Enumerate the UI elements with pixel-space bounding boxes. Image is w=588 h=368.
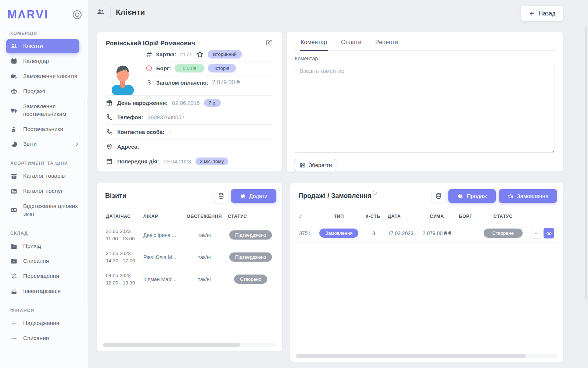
column-header: К-СТЬ bbox=[363, 209, 385, 224]
save-comment-button[interactable]: Зберегти bbox=[294, 159, 337, 171]
pie-chart-icon bbox=[10, 141, 18, 148]
tab-recipes[interactable]: Рецепти bbox=[374, 35, 399, 51]
phone-row: Телефон: 380937630052 bbox=[106, 110, 273, 125]
app-logo: MΛRVI bbox=[7, 8, 49, 21]
people-icon bbox=[10, 42, 18, 50]
previous-action-label: Попередня дія: bbox=[117, 158, 159, 164]
visit-row[interactable]: 04.05.202312:00 - 13:30 Кідман Мар'... т… bbox=[103, 268, 276, 290]
visit-doctor: Кідман Мар'... bbox=[140, 268, 184, 290]
page-scrollbar[interactable] bbox=[585, 26, 587, 299]
sidebar-item-label: Каталог послуг bbox=[23, 187, 63, 195]
sales-horizontal-scrollbar[interactable] bbox=[296, 354, 557, 358]
visit-doctor: Девіс Ірина ... bbox=[140, 224, 184, 246]
visits-title: Візити bbox=[105, 192, 126, 200]
sidebar-section-assortment: АСОРТИМЕНТ ТА ЦІНИ bbox=[10, 161, 85, 166]
calendar-icon bbox=[10, 57, 18, 65]
phone-icon bbox=[106, 128, 113, 135]
visits-horizontal-scrollbar[interactable] bbox=[103, 343, 276, 347]
chevron-down-icon bbox=[534, 231, 539, 236]
sidebar-item-product-catalog[interactable]: Каталог товарів bbox=[6, 169, 85, 183]
add-sale-label: Продаж bbox=[467, 193, 487, 199]
arrow-left-icon bbox=[529, 10, 535, 17]
visits-archive-button[interactable] bbox=[214, 189, 228, 203]
debt-badge: 0.00 ₴ bbox=[175, 64, 204, 72]
sidebar-item-label: Відстеження цінових змін bbox=[23, 202, 80, 218]
sidebar-section-warehouse: СКЛАД bbox=[10, 231, 85, 236]
bag-plus-icon bbox=[457, 193, 463, 199]
sidebar-item-client-orders[interactable]: Замовлення клієнтів bbox=[6, 69, 85, 84]
star-icon[interactable] bbox=[196, 50, 204, 59]
column-header: # bbox=[296, 209, 315, 224]
client-paid-row: Загалом оплачено: 2 079.00 ₴ bbox=[146, 75, 273, 89]
tab-payments[interactable]: Оплати bbox=[340, 35, 362, 51]
database-icon bbox=[435, 192, 442, 199]
sidebar-item-calendar[interactable]: Календар bbox=[6, 54, 85, 68]
visits-table: ДАТА\ЧАС ЛІКАР ОБСТЕЖЕННЯ СТАТУС 31.05.2… bbox=[103, 209, 276, 290]
add-order-button[interactable]: Замовлення bbox=[499, 189, 557, 203]
sidebar-item-inventory[interactable]: Інвентарізація bbox=[6, 284, 85, 298]
sidebar-item-expense[interactable]: Списання bbox=[6, 331, 85, 346]
column-header: ДАТА bbox=[385, 209, 418, 224]
sidebar-item-label: Постачальники bbox=[23, 125, 63, 133]
supplier-icon bbox=[10, 125, 18, 133]
visit-date: 04.05.2023 bbox=[106, 273, 131, 278]
back-button[interactable]: Назад bbox=[521, 6, 563, 21]
sidebar-item-supplier-orders[interactable]: Замовлення постачальникам bbox=[6, 99, 85, 121]
view-row-button[interactable] bbox=[544, 228, 554, 238]
sidebar-collapse-button[interactable] bbox=[73, 10, 82, 19]
sidebar-item-transfer[interactable]: Переміщення bbox=[6, 269, 85, 283]
address-label: Адреса: bbox=[117, 144, 139, 150]
page-title: Клієнти bbox=[116, 8, 145, 17]
tab-bar: Коментар Оплати Рецепти bbox=[294, 35, 556, 51]
minus-icon bbox=[10, 335, 18, 342]
exclamation-circle-icon bbox=[146, 65, 153, 72]
edit-client-button[interactable] bbox=[264, 38, 273, 47]
visit-status-badge: Створено bbox=[234, 275, 267, 284]
expand-row-button[interactable] bbox=[531, 228, 541, 238]
phone-label: Телефон: bbox=[117, 114, 143, 120]
edit-icon bbox=[265, 39, 273, 47]
sidebar-item-income[interactable]: Надходження bbox=[6, 316, 85, 330]
debt-history-badge[interactable]: Історія bbox=[208, 64, 236, 72]
column-header: СТАТУС bbox=[225, 209, 276, 224]
info-icon[interactable] bbox=[372, 190, 377, 195]
sale-sum: 2 079.00 ₴ ₴ bbox=[418, 224, 456, 243]
add-order-label: Замовлення bbox=[517, 193, 548, 199]
visit-status-badge: Підтверджено bbox=[229, 230, 272, 240]
hash-icon bbox=[146, 51, 153, 58]
visit-row[interactable]: 31.05.202311:00 - 13:00 Девіс Ірина ... … bbox=[103, 224, 276, 246]
sidebar-item-label: Замовлення постачальникам bbox=[23, 103, 80, 118]
add-sale-button[interactable]: Продаж bbox=[448, 189, 495, 203]
tab-comment[interactable]: Коментар bbox=[300, 35, 328, 51]
sidebar-item-reports[interactable]: Звіти bbox=[6, 137, 85, 151]
comment-input[interactable] bbox=[294, 64, 555, 153]
sales-archive-button[interactable] bbox=[432, 189, 445, 203]
truck-icon bbox=[10, 107, 18, 114]
sidebar-item-service-catalog[interactable]: Каталог послуг bbox=[6, 184, 85, 198]
sidebar-item-receipt[interactable]: Прихід bbox=[6, 239, 85, 253]
previous-action-value: 03.04.2023 bbox=[164, 158, 191, 164]
sidebar-item-suppliers[interactable]: Постачальники bbox=[6, 122, 85, 137]
sidebar-item-price-tracking[interactable]: Відстеження цінових змін bbox=[6, 199, 85, 221]
sidebar-item-clients[interactable]: Клієнти bbox=[6, 39, 79, 53]
visit-time: 14:30 - 17:00 bbox=[106, 258, 135, 263]
visit-doctor: Рівз Юлія М... bbox=[140, 246, 184, 268]
client-avatar bbox=[106, 61, 140, 95]
visit-date: 31.05.2023 bbox=[106, 229, 131, 234]
client-name: Ровінський Юрій Романович bbox=[106, 38, 195, 47]
sidebar-item-sales[interactable]: Продажі bbox=[6, 84, 85, 99]
visit-status-badge: Підтверджено bbox=[229, 252, 272, 262]
birthday-label: День народження: bbox=[117, 100, 168, 106]
sale-row[interactable]: 3751 Замовлення 3 17.03.2023 2 079.00 ₴ … bbox=[296, 224, 557, 243]
sales-title: Продажі / Замовлення bbox=[298, 192, 372, 200]
contact-person-row: Контактна особа: - bbox=[106, 125, 273, 139]
address-value: - bbox=[144, 144, 146, 150]
sidebar-item-writeoff[interactable]: Списання bbox=[6, 254, 85, 268]
inbox-check-icon bbox=[10, 287, 18, 295]
add-visit-button[interactable]: Додати bbox=[231, 189, 276, 203]
sidebar-scrollbar[interactable] bbox=[85, 98, 87, 304]
visit-row[interactable]: 31.05.202314:30 - 17:00 Рівз Юлія М... т… bbox=[103, 246, 276, 268]
paid-label: Загалом оплачено: bbox=[156, 79, 208, 86]
paid-value: 2 079.00 ₴ bbox=[212, 79, 240, 86]
sidebar-item-label: Замовлення клієнтів bbox=[23, 72, 77, 80]
